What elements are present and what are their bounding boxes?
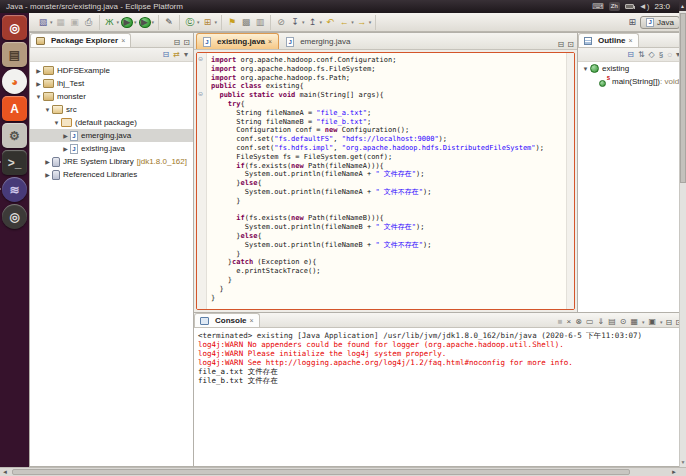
tab-console[interactable]: Console × [194,313,260,327]
collapse-all-icon[interactable]: ⊟ [163,50,170,60]
dropdown-caret-icon[interactable]: ▾ [369,19,372,25]
pkg-item-jre-system-library[interactable]: ▶JRE System Library[jdk1.8.0_162] [30,155,193,168]
dropdown-caret-icon[interactable]: ▾ [302,19,305,25]
firefox-icon[interactable]: ◕ [2,69,27,94]
dropdown-caret-icon[interactable]: ▾ [197,19,200,25]
minimize-icon[interactable]: ⊟ [666,318,673,327]
input-method-indicator[interactable]: Zh [609,2,620,11]
outline-item-main-string[interactable]: Smain(String[]) : void [578,75,685,88]
dropdown-caret-icon[interactable]: ▾ [134,19,137,25]
close-icon[interactable]: × [268,38,272,45]
editor-gutter[interactable]: ⊝⊝ [197,53,207,309]
dropdown-caret-icon[interactable]: ▾ [215,19,218,25]
dropdown-caret-icon[interactable]: ▾ [660,317,663,327]
expander-icon[interactable]: ▶ [34,67,43,74]
battery-icon[interactable] [625,4,634,9]
toolbar-open-task-button[interactable]: ⚑ [226,16,238,28]
maximize-icon[interactable]: ⊡ [567,40,574,49]
vertical-scroll-track[interactable] [679,11,686,457]
dropdown-caret-icon[interactable]: ▾ [152,19,155,25]
perspective-button-java[interactable]: J Java [640,16,680,29]
minimize-icon[interactable]: ⊟ [174,38,181,47]
horizontal-scrollbar[interactable]: ◄ ► [0,467,686,476]
fold-marker-icon[interactable]: ⊝ [198,91,203,97]
ubuntu-dash-icon[interactable]: ◎ [2,15,27,40]
dropdown-caret-icon[interactable]: ▾ [351,19,354,25]
expander-icon[interactable]: ▼ [43,107,52,113]
scroll-left-icon[interactable]: ◄ [2,469,8,475]
console-output[interactable]: <terminated> existing [Java Application]… [195,329,684,465]
toolbar-new-java-package-button[interactable]: ⊞▾ [202,16,218,28]
disc-player-icon[interactable]: ◎ [2,204,27,229]
toolbar-last-edit-location-button[interactable]: ↶ [324,16,336,28]
pkg-item-src[interactable]: ▼src [30,103,193,116]
dropdown-caret-icon[interactable]: ▾ [50,19,53,25]
close-icon[interactable]: × [121,37,125,44]
toolbar-new-java-class-button[interactable]: ⓒ▾ [184,16,200,28]
vertical-scroll-thumb[interactable] [680,13,686,183]
expander-icon[interactable]: ▶ [43,171,52,178]
clock[interactable]: 23:0 [654,2,670,11]
pkg-item-emerging-java[interactable]: ▶Jemerging.java [30,129,193,142]
expander-icon[interactable]: ▶ [34,80,43,87]
expander-icon[interactable]: ▼ [34,94,43,100]
terminal-icon[interactable]: >_ [2,150,27,175]
scroll-up-icon[interactable]: ▲ [679,0,686,11]
toolbar-run-button[interactable]: ▶▾ [121,17,137,28]
pkg-item-referenced-libraries[interactable]: ▶Referenced Libraries [30,168,193,181]
toolbar-debug-button[interactable]: Ж▾ [104,16,120,28]
keyboard-indicator-icon[interactable]: ⌨ [592,2,604,12]
sort-icon[interactable]: ⇅ [638,50,645,60]
display-selected-console-icon[interactable]: ▦ [630,317,638,327]
toolbar-new-wizard-button[interactable]: ▧▾ [37,16,53,28]
expander-icon[interactable]: ▶ [43,158,52,165]
pkg-item-lhj-test[interactable]: ▶lhj_Test [30,77,193,90]
toolbar-print-button[interactable]: ⎙ [83,16,95,28]
remove-launch-icon[interactable]: × [567,317,572,327]
tab-package-explorer[interactable]: Package Explorer × [30,33,131,47]
scroll-lock-icon[interactable]: ⇓ [597,317,604,327]
toolbar-run-external-tools-button[interactable]: ▶▾ [139,17,155,28]
outline-item-existing[interactable]: ▼existing [578,62,685,75]
expander-icon[interactable]: ▶ [61,132,70,139]
pkg-item-monster[interactable]: ▼monster [30,90,193,103]
pin-console-icon[interactable]: ⊙ [620,317,627,327]
file-manager-icon[interactable]: ▤ [2,42,27,67]
toolbar-java-search-button[interactable]: ✎ [163,16,175,28]
editor-tab-emerging-java[interactable]: Jemerging.java [279,33,357,49]
hide-fields-icon[interactable]: ◇ [649,50,655,60]
toolbar-back-history-button[interactable]: ←▾ [338,16,354,28]
volume-icon[interactable]: ◄) [639,2,650,12]
pkg-item-hdfsexample[interactable]: ▶HDFSExample [30,64,193,77]
expander-icon[interactable]: ▼ [581,66,590,72]
expander-icon[interactable]: ▼ [52,120,61,126]
dropdown-caret-icon[interactable]: ▾ [320,19,323,25]
link-with-editor-icon[interactable]: ⇄ [173,50,180,60]
editor-tab-existing-java[interactable]: Jexisting.java× [196,33,279,49]
toolbar-show-whitespace-button[interactable]: ▥ [254,16,266,28]
toolbar-next-annotation-button[interactable]: ↧▾ [289,16,305,28]
minimize-icon[interactable]: ⊟ [558,40,565,49]
expander-icon[interactable]: ▶ [61,145,70,152]
hide-static-members-icon[interactable]: § [659,50,663,60]
pkg-item-default-package[interactable]: ▼(default package) [30,116,193,129]
toolbar-forward-history-button[interactable]: →▾ [356,16,372,28]
pkg-item-existing-java[interactable]: ▶Jexisting.java [30,142,193,155]
dropdown-caret-icon[interactable]: ▾ [642,317,645,327]
scroll-right-icon[interactable]: ► [671,469,677,475]
dropdown-caret-icon[interactable]: ▾ [117,19,120,25]
scroll-down-icon[interactable]: ▼ [679,457,686,467]
toolbar-previous-annotation-button[interactable]: ↥▾ [307,16,323,28]
remove-all-terminated-icon[interactable]: ⊗ [575,317,582,327]
toolbar-mark-occurrences-button[interactable]: ▩ [240,16,252,28]
maximize-icon[interactable]: ⊡ [183,38,190,47]
fold-marker-icon[interactable]: ⊝ [198,56,203,62]
close-icon[interactable]: × [250,317,254,324]
view-menu-icon[interactable]: ▾ [184,50,188,60]
open-console-icon[interactable]: ▣ [649,317,657,327]
clear-console-icon[interactable]: ▭ [586,317,594,327]
orange-a-app-icon[interactable]: A [2,96,27,121]
code-editor[interactable]: import org.apache.hadoop.conf.Configurat… [207,53,566,309]
vertical-scrollbar[interactable]: ▲ ▼ [679,0,686,467]
eclipse-icon[interactable]: ≋ [2,177,27,202]
